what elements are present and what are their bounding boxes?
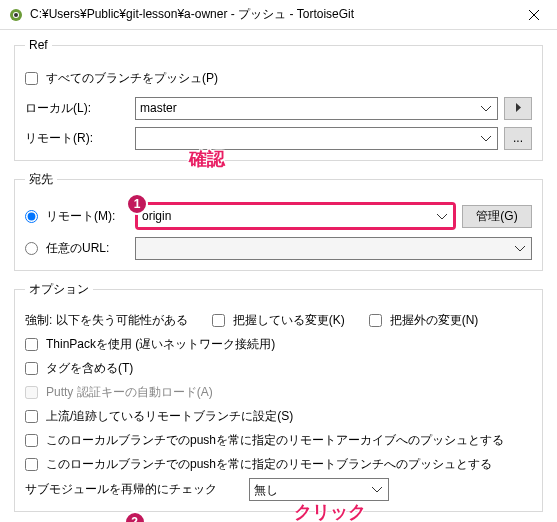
push-all-checkbox[interactable]: すべてのブランチをプッシュ(P) xyxy=(25,70,218,87)
svg-point-2 xyxy=(14,13,18,17)
dest-group: 宛先 リモート(M): 1 origin 管理(G) 任意のURL: xyxy=(14,171,543,271)
option-group: オプション 強制: 以下を失う可能性がある 把握している変更(K) 把握外の変更… xyxy=(14,281,543,512)
always-branch-checkbox[interactable]: このローカルブランチでのpushを常に指定のリモートブランチへのプッシュとする xyxy=(25,456,492,473)
local-label: ローカル(L): xyxy=(25,100,135,117)
force-label: 強制: 以下を失う可能性がある xyxy=(25,312,188,329)
ref-group: Ref すべてのブランチをプッシュ(P) ローカル(L): master リモー… xyxy=(14,38,543,161)
remote-select[interactable]: origin xyxy=(138,205,453,227)
badge-2: 2 xyxy=(124,511,146,522)
url-radio[interactable]: 任意のURL: xyxy=(25,240,135,257)
remote-browse-button[interactable]: ... xyxy=(504,127,532,150)
known-changes-checkbox[interactable]: 把握している変更(K) xyxy=(212,312,345,329)
remote-select-highlight: 1 origin xyxy=(135,202,456,230)
always-archive-checkbox[interactable]: このローカルブランチでのpushを常に指定のリモートアーカイブへのプッシュとする xyxy=(25,432,504,449)
close-button[interactable] xyxy=(511,0,557,30)
option-legend: オプション xyxy=(25,281,93,298)
remote-ref-select[interactable] xyxy=(135,127,498,150)
local-select[interactable]: master xyxy=(135,97,498,120)
url-select[interactable] xyxy=(135,237,532,260)
window-controls xyxy=(511,0,557,30)
dialog-content: Ref すべてのブランチをプッシュ(P) ローカル(L): master リモー… xyxy=(0,30,557,522)
app-icon xyxy=(8,7,24,23)
remote-radio[interactable]: リモート(M): xyxy=(25,208,135,225)
window-title: C:¥Users¥Public¥git-lesson¥a-owner - プッシ… xyxy=(30,6,511,23)
set-upstream-checkbox[interactable]: 上流/追跡しているリモートブランチに設定(S) xyxy=(25,408,293,425)
include-tags-checkbox[interactable]: タグを含める(T) xyxy=(25,360,133,377)
badge-1: 1 xyxy=(126,193,148,215)
local-browse-button[interactable] xyxy=(504,97,532,120)
ref-legend: Ref xyxy=(25,38,52,52)
arrow-right-icon xyxy=(514,103,522,112)
ellipsis-icon: ... xyxy=(513,131,523,145)
dest-legend: 宛先 xyxy=(25,171,57,188)
submodule-label: サブモジュールを再帰的にチェック xyxy=(25,481,225,498)
remote-ref-label: リモート(R): xyxy=(25,130,135,147)
thinpack-checkbox[interactable]: ThinPackを使用 (遅いネットワーク接続用) xyxy=(25,336,275,353)
title-bar: C:¥Users¥Public¥git-lesson¥a-owner - プッシ… xyxy=(0,0,557,30)
manage-button[interactable]: 管理(G) xyxy=(462,205,532,228)
unknown-changes-checkbox[interactable]: 把握外の変更(N) xyxy=(369,312,479,329)
submodule-select[interactable]: 無し xyxy=(249,478,389,501)
putty-checkbox: Putty 認証キーの自動ロード(A) xyxy=(25,384,213,401)
